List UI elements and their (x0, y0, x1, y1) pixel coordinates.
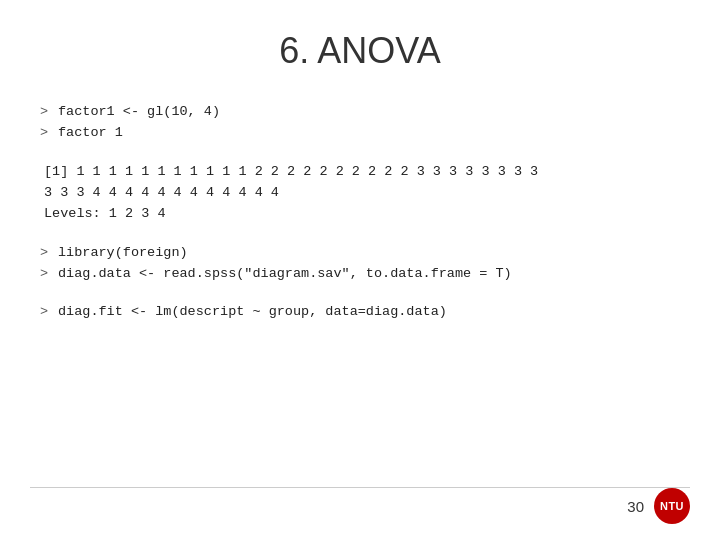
code-text: factor1 <- gl(10, 4) (58, 102, 220, 123)
code-block-2: > library(foreign) > diag.data <- read.s… (40, 243, 680, 285)
code-block-output: [1] 1 1 1 1 1 1 1 1 1 1 1 2 2 2 2 2 2 2 … (40, 162, 680, 225)
prompt: > (40, 302, 54, 323)
code-block: > factor1 <- gl(10, 4) > factor 1 (40, 102, 680, 144)
divider (30, 487, 690, 488)
code-text: diag.fit <- lm(descript ~ group, data=di… (58, 302, 447, 323)
code-section-2: > library(foreign) > diag.data <- read.s… (40, 243, 680, 285)
output-line: 3 3 3 4 4 4 4 4 4 4 4 4 4 4 4 (40, 183, 680, 204)
output-levels-line: Levels: 1 2 3 4 (40, 204, 680, 225)
code-line: > factor1 <- gl(10, 4) (40, 102, 680, 123)
code-line: > library(foreign) (40, 243, 680, 264)
code-text: factor 1 (58, 123, 123, 144)
code-line: > diag.fit <- lm(descript ~ group, data=… (40, 302, 680, 323)
prompt: > (40, 102, 54, 123)
footer: 30 NTU (627, 488, 690, 524)
prompt: > (40, 243, 54, 264)
prompt: > (40, 123, 54, 144)
ntu-logo: NTU (654, 488, 690, 524)
output-line: [1] 1 1 1 1 1 1 1 1 1 1 1 2 2 2 2 2 2 2 … (40, 162, 680, 183)
page-number: 30 (627, 498, 644, 515)
prompt: > (40, 264, 54, 285)
code-section-1: > factor1 <- gl(10, 4) > factor 1 (40, 102, 680, 144)
code-block-3: > diag.fit <- lm(descript ~ group, data=… (40, 302, 680, 323)
output-levels-text: Levels: 1 2 3 4 (44, 204, 166, 225)
code-line: > diag.data <- read.spss("diagram.sav", … (40, 264, 680, 285)
content-area: > factor1 <- gl(10, 4) > factor 1 [1] 1 … (0, 92, 720, 351)
code-section-3: > diag.fit <- lm(descript ~ group, data=… (40, 302, 680, 323)
page-title: 6. ANOVA (0, 0, 720, 92)
code-line: > factor 1 (40, 123, 680, 144)
output-text: [1] 1 1 1 1 1 1 1 1 1 1 1 2 2 2 2 2 2 2 … (44, 162, 538, 183)
code-section-output: [1] 1 1 1 1 1 1 1 1 1 1 1 2 2 2 2 2 2 2 … (40, 162, 680, 225)
output-text: 3 3 3 4 4 4 4 4 4 4 4 4 4 4 4 (44, 183, 279, 204)
code-text: library(foreign) (58, 243, 188, 264)
code-text: diag.data <- read.spss("diagram.sav", to… (58, 264, 512, 285)
